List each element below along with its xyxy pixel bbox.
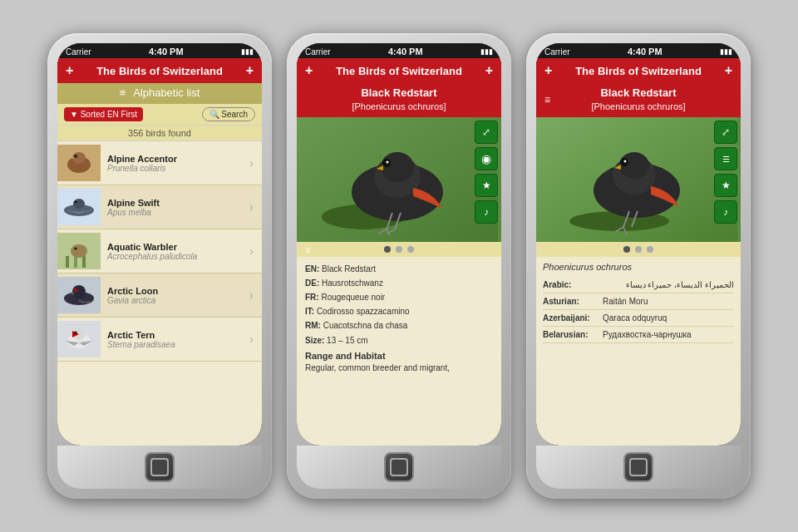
alphabetic-list-label: Alphabetic list (133, 86, 200, 99)
svg-point-19 (72, 285, 86, 298)
status-bar-2: Carrier 4:40 PM ▮▮▮ (297, 43, 501, 58)
add-button-3b[interactable]: + (725, 63, 732, 78)
star-btn-2[interactable]: ★ (475, 174, 498, 197)
app-header-1: + The Birds of Switzerland + (57, 58, 262, 83)
detail-rm: RM: Cuacotschna da chasa (305, 320, 493, 332)
bird-item-4[interactable]: Arctic Tern Sterna paradisaea › (57, 318, 262, 362)
svg-point-20 (74, 288, 77, 292)
side-buttons-2: ⤢ ◉ ★ ♪ (475, 121, 498, 224)
bird-thumb-3 (57, 277, 101, 313)
menu-icon-3: ≡ (544, 94, 550, 107)
arrow-0: › (249, 156, 257, 170)
status-icons-2: ▮▮▮ (480, 47, 493, 56)
phone-2: Carrier 4:40 PM ▮▮▮ + The Birds of Switz… (287, 33, 511, 499)
menu-icon-2: ≡ (305, 244, 311, 258)
val-belarusian: Рудахвостка-чарнушка (603, 330, 734, 339)
dot-3-2 (407, 246, 414, 253)
bird-name-1: Alpine Swift (107, 198, 160, 208)
bird-photo-2: ⤢ ◉ ★ ♪ (297, 117, 501, 242)
side-buttons-3: ⤢ ☰ ★ ♪ (714, 121, 737, 224)
home-button-2[interactable] (384, 452, 414, 482)
bird-thumb-4 (57, 321, 101, 357)
app-title-2: The Birds of Switzerland (313, 65, 485, 77)
bird-item-1[interactable]: Alpine Swift Apus melba › (57, 185, 262, 229)
star-btn-3[interactable]: ★ (714, 174, 737, 197)
bird-info-4: Arctic Tern Sterna paradisaea (107, 330, 175, 349)
bird-latin-3: Gavia arctica (107, 296, 158, 305)
arrow-1: › (249, 200, 257, 214)
val-azerbaijani: Qaraca odquyruq (603, 313, 734, 323)
home-button-inner-1 (150, 458, 169, 476)
range-title: Range and Habitat (305, 351, 493, 361)
phone-bottom-1 (57, 446, 262, 489)
add-button-1b[interactable]: + (246, 63, 254, 78)
app-title-1: The Birds of Switzerland (73, 65, 245, 77)
app-header-2: + The Birds of Switzerland + (297, 58, 501, 83)
bird-item-3[interactable]: Arctic Loon Gavia arctica › (57, 273, 262, 318)
range-text: Regular, common breeder and migrant, (305, 362, 493, 374)
svg-point-35 (387, 161, 389, 164)
dot-3-3 (647, 246, 653, 253)
val-asturian: Raitán Moru (603, 297, 734, 306)
svg-point-16 (75, 248, 77, 250)
svg-point-48 (624, 160, 627, 163)
detail-fr: FR: Rougequeue noir (305, 292, 493, 303)
list-btn-3[interactable]: ☰ (714, 147, 737, 170)
menu-icon-1: ≡ (120, 86, 126, 99)
add-button-2b[interactable]: + (485, 63, 493, 78)
bird-item-2[interactable]: Aquatic Warbler Acrocephalus paludicola … (57, 229, 262, 273)
home-button-1[interactable] (145, 452, 175, 482)
carrier-label-3: Carrier (544, 47, 570, 57)
lang-azerbaijani: Azerbaijani: (543, 313, 603, 323)
bird-details-text-2: EN: Black Redstart DE: Hausrotschwanz FR… (297, 257, 501, 446)
info-btn-2[interactable]: ◉ (475, 147, 498, 170)
carrier-label-2: Carrier (305, 47, 331, 57)
names-table: Phoenicurus ochruros Arabic: الحميراء ال… (536, 257, 741, 446)
bird-scientific-header-2: [Phoenicurus ochruros] (303, 101, 495, 112)
svg-point-8 (75, 201, 77, 204)
dot-2-2 (396, 246, 402, 253)
add-button-2[interactable]: + (305, 63, 313, 78)
bird-name-header-2: Black Redstart (303, 86, 495, 101)
home-button-3[interactable] (623, 452, 653, 482)
bird-image-2: ⤢ ◉ ★ ♪ (297, 117, 501, 242)
arrow-2: › (249, 244, 257, 258)
toolbar-1: ▼ Sorted EN First 🔍 Search (57, 104, 262, 126)
bird-thumb-2 (57, 233, 101, 269)
bird-info-1: Alpine Swift Apus melba (107, 198, 160, 217)
time-display-2: 4:40 PM (388, 47, 423, 57)
dot-active-3 (623, 246, 630, 253)
svg-rect-12 (66, 256, 69, 268)
status-icons: ▮▮▮ (241, 47, 254, 56)
svg-point-2 (72, 152, 86, 164)
music-btn-3[interactable]: ♪ (714, 200, 737, 224)
arrow-3: › (249, 288, 257, 302)
bird-photo-3: ⤢ ☰ ★ ♪ (536, 117, 741, 242)
sub-header-1: ≡ Alphabetic list (57, 83, 262, 104)
sort-button[interactable]: ▼ Sorted EN First (64, 107, 143, 121)
bird-info-2: Aquatic Warbler Acrocephalus paludicola (107, 242, 197, 261)
fullscreen-btn-3[interactable]: ⤢ (714, 121, 737, 144)
bird-latin-0: Prunella collaris (107, 164, 177, 173)
fullscreen-btn-2[interactable]: ⤢ (475, 121, 498, 144)
birds-count: 356 birds found (57, 126, 262, 141)
search-button[interactable]: 🔍 Search (202, 107, 255, 121)
name-row-asturian: Asturian: Raitán Moru (543, 293, 734, 310)
bird-latin-2: Acrocephalus paludicola (107, 252, 197, 261)
add-button-1[interactable]: + (66, 63, 73, 78)
add-button-3[interactable]: + (544, 63, 552, 78)
bird-latin-1: Apus melba (107, 208, 160, 217)
bird-name-4: Arctic Tern (107, 330, 175, 340)
carrier-label: Carrier (66, 47, 91, 57)
time-display: 4:40 PM (149, 47, 184, 57)
bird-item-0[interactable]: Alpine Accentor Prunella collaris › (57, 141, 262, 185)
bird-info-3: Arctic Loon Gavia arctica (107, 286, 158, 305)
bird-name-0: Alpine Accentor (107, 154, 177, 164)
detail-en: EN: Black Redstart (305, 264, 493, 275)
bird-detail-header-3: ≡ Black Redstart [Phoenicurus ochruros] (536, 83, 741, 117)
bird-image-3: ⤢ ☰ ★ ♪ (536, 117, 741, 242)
bird-info-0: Alpine Accentor Prunella collaris (107, 154, 177, 173)
dot-2-3 (635, 246, 642, 253)
music-btn-2[interactable]: ♪ (475, 200, 498, 224)
bird-latin-4: Sterna paradisaea (107, 340, 175, 349)
